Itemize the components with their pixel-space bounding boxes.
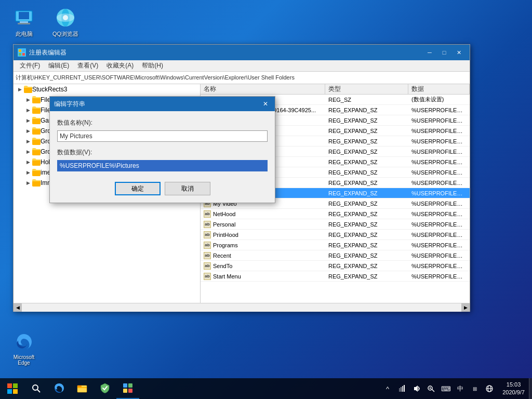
expand-icon: ▶ bbox=[16, 85, 24, 94]
tray-network[interactable] bbox=[395, 379, 409, 398]
taskbar-explorer[interactable] bbox=[71, 378, 94, 399]
col-name: 名称 bbox=[201, 84, 325, 94]
window-controls: ─ □ ✕ bbox=[423, 47, 466, 58]
svg-point-16 bbox=[33, 385, 38, 390]
col-data: 数据 bbox=[408, 84, 470, 94]
tray-keyboard[interactable]: ⌨ bbox=[439, 379, 453, 398]
menu-help[interactable]: 帮助(H) bbox=[138, 60, 167, 71]
dialog-titlebar: 编辑字符串 ✕ bbox=[50, 97, 275, 111]
desktop-icon-edge[interactable]: MicrosoftEdge bbox=[5, 329, 43, 368]
svg-rect-1 bbox=[19, 12, 29, 19]
maximize-button[interactable]: □ bbox=[437, 47, 451, 58]
svg-rect-13 bbox=[13, 383, 18, 388]
desktop-icon-this-pc[interactable]: 此电脑 bbox=[5, 5, 43, 40]
dialog-close-button[interactable]: ✕ bbox=[260, 99, 271, 109]
close-button[interactable]: ✕ bbox=[452, 47, 466, 58]
window-titlebar[interactable]: 注册表编辑器 ─ □ ✕ bbox=[14, 45, 470, 60]
show-desktop-button[interactable] bbox=[529, 378, 532, 399]
menu-bar: 文件(F) 编辑(E) 查看(V) 收藏夹(A) 帮助(H) bbox=[14, 60, 470, 72]
expand-icon: ▶ bbox=[24, 168, 32, 177]
expand-icon: ▶ bbox=[24, 127, 32, 135]
tray-volume[interactable] bbox=[410, 379, 423, 398]
value-row-14[interactable]: ab Programs REG_EXPAND_SZ %USERPROFILE%\… bbox=[201, 240, 470, 250]
folder-icon bbox=[32, 138, 41, 145]
taskbar-edge[interactable] bbox=[48, 378, 71, 399]
expand-icon: ▶ bbox=[24, 106, 32, 114]
edge-desktop-icon bbox=[14, 331, 34, 352]
dialog-buttons: 确定 取消 bbox=[57, 182, 268, 195]
minimize-button[interactable]: ─ bbox=[423, 47, 436, 58]
taskbar-regeditor[interactable] bbox=[116, 378, 139, 399]
folder-icon bbox=[32, 158, 41, 166]
system-clock[interactable]: 15:03 2020/9/7 bbox=[498, 378, 529, 399]
tray-ime-zh[interactable]: 中 bbox=[454, 379, 467, 398]
svg-rect-15 bbox=[13, 389, 18, 394]
folder-icon bbox=[24, 86, 32, 93]
folder-icon bbox=[32, 107, 41, 114]
ok-button[interactable]: 确定 bbox=[115, 182, 161, 195]
volume-icon bbox=[413, 385, 420, 392]
svg-rect-27 bbox=[404, 385, 405, 392]
taskbar-security[interactable] bbox=[94, 378, 116, 399]
explorer-icon bbox=[77, 383, 87, 393]
menu-view[interactable]: 查看(V) bbox=[73, 60, 102, 71]
key-icon bbox=[428, 385, 435, 392]
desktop: 此电脑 QQ浏览器 MicrosoftEdge bbox=[0, 0, 532, 399]
svg-line-17 bbox=[37, 390, 40, 392]
tray-key[interactable] bbox=[424, 379, 438, 398]
start-button[interactable] bbox=[0, 378, 25, 399]
scroll-right-btn[interactable]: ▶ bbox=[461, 303, 470, 312]
svg-rect-19 bbox=[77, 385, 82, 387]
reg-editor-icon bbox=[18, 48, 26, 57]
value-row-17[interactable]: ab Start Menu REG_EXPAND_SZ %USERPROFILE… bbox=[201, 271, 470, 282]
dialog-title: 编辑字符串 bbox=[54, 100, 260, 109]
folder-icon bbox=[32, 169, 41, 176]
cancel-button[interactable]: 取消 bbox=[165, 182, 210, 195]
expand-icon: ▶ bbox=[24, 148, 32, 156]
tray-ime-layout[interactable]: ⊞ bbox=[468, 379, 482, 398]
horizontal-scrollbar-track[interactable] bbox=[22, 303, 461, 312]
system-tray: ^ bbox=[379, 378, 498, 399]
windows-logo-icon bbox=[7, 383, 18, 394]
expand-icon: ▶ bbox=[24, 116, 32, 125]
tray-chevron[interactable]: ^ bbox=[381, 379, 394, 398]
svg-rect-11 bbox=[22, 53, 25, 56]
value-row-12[interactable]: ab Personal REG_EXPAND_SZ %USERPROFILE%\… bbox=[201, 219, 470, 230]
svg-rect-21 bbox=[128, 383, 132, 388]
svg-rect-10 bbox=[19, 53, 21, 56]
scroll-left-btn[interactable]: ◀ bbox=[14, 303, 22, 312]
menu-file[interactable]: 文件(F) bbox=[16, 60, 44, 71]
name-input[interactable] bbox=[57, 130, 268, 142]
value-row-16[interactable]: ab SendTo REG_EXPAND_SZ %USERPROFILE%\Ap… bbox=[201, 261, 470, 271]
col-type: 类型 bbox=[325, 84, 408, 94]
bottom-scrollbar[interactable]: ◀ ▶ bbox=[14, 303, 470, 311]
value-row-13[interactable]: ab PrintHood REG_EXPAND_SZ %USERPROFILE%… bbox=[201, 230, 470, 240]
edge-label: MicrosoftEdge bbox=[14, 354, 35, 366]
svg-rect-8 bbox=[19, 49, 21, 52]
svg-rect-26 bbox=[402, 386, 403, 392]
qq-browser-icon bbox=[55, 7, 76, 28]
menu-edit[interactable]: 编辑(E) bbox=[44, 60, 73, 71]
svg-rect-20 bbox=[123, 383, 127, 388]
tray-globe[interactable] bbox=[483, 379, 496, 398]
svg-rect-24 bbox=[399, 388, 400, 392]
svg-point-30 bbox=[430, 388, 431, 389]
search-button[interactable] bbox=[25, 378, 48, 399]
value-row-15[interactable]: ab Recent REG_EXPAND_SZ %USERPROFILE%\Ap… bbox=[201, 250, 470, 261]
clock-time: 15:03 bbox=[507, 381, 521, 389]
menu-favorites[interactable]: 收藏夹(A) bbox=[102, 60, 138, 71]
network-icon bbox=[398, 385, 406, 392]
data-input[interactable] bbox=[57, 160, 268, 171]
this-pc-icon bbox=[14, 7, 34, 28]
folder-icon bbox=[32, 148, 41, 155]
svg-rect-25 bbox=[401, 387, 402, 392]
expand-icon: ▶ bbox=[24, 96, 32, 104]
expand-icon: ▶ bbox=[24, 158, 32, 166]
tree-item-stuckrects3[interactable]: ▶ StuckRects3 bbox=[14, 84, 200, 95]
desktop-icon-qq-browser[interactable]: QQ浏览器 bbox=[47, 5, 84, 40]
data-label: 数值数据(V): bbox=[57, 148, 268, 157]
expand-icon: ▶ bbox=[24, 179, 32, 187]
value-row-11[interactable]: ab NetHood REG_EXPAND_SZ %USERPROFILE%\A… bbox=[201, 209, 470, 219]
regeditor-taskbar-icon bbox=[123, 383, 133, 393]
dialog-body: 数值名称(N): 数值数据(V): 确定 取消 bbox=[50, 111, 275, 203]
